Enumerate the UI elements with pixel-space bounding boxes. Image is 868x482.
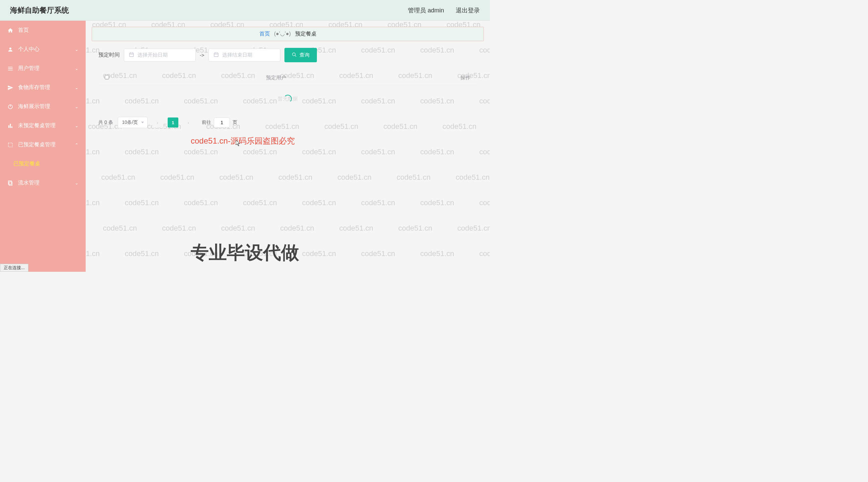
- col-user-header: 预定用户: [115, 74, 437, 81]
- svg-rect-12: [129, 53, 133, 57]
- svg-point-20: [292, 53, 296, 56]
- sidebar-item-seafood[interactable]: 海鲜展示管理 ⌄: [0, 97, 86, 116]
- svg-rect-8: [11, 126, 12, 128]
- home-icon: [7, 27, 13, 33]
- svg-rect-2: [8, 68, 13, 69]
- search-button[interactable]: 查询: [284, 48, 317, 62]
- goto-suffix: 页: [232, 120, 237, 125]
- breadcrumb-sep: (●'◡'●): [274, 31, 291, 36]
- svg-rect-7: [10, 124, 11, 128]
- page-size-select[interactable]: 10条/页: [118, 117, 148, 128]
- power-icon: [7, 104, 13, 110]
- sidebar-item-reserved[interactable]: 已预定餐桌管理 ⌃: [0, 135, 86, 154]
- start-date-input[interactable]: 选择开始日期: [124, 49, 196, 62]
- sidebar-label: 已预定餐桌管理: [18, 141, 56, 148]
- table-empty: 暂无数据: [98, 85, 477, 112]
- expand-icon: [7, 142, 13, 148]
- select-all-checkbox[interactable]: [105, 75, 109, 79]
- sidebar-label: 流水管理: [18, 179, 39, 186]
- bar-icon: [7, 123, 13, 129]
- calendar-icon: [214, 52, 219, 58]
- send-icon: [7, 85, 13, 91]
- user-label[interactable]: 管理员 admin: [408, 6, 444, 14]
- user-icon: [7, 47, 13, 53]
- empty-text: 暂无数据: [278, 96, 298, 102]
- watermark-big-text: 专业毕设代做: [191, 241, 299, 265]
- next-page-button[interactable]: ›: [183, 118, 194, 127]
- header-right: 管理员 admin 退出登录: [408, 6, 480, 14]
- sidebar-item-home[interactable]: 首页: [0, 21, 86, 40]
- end-date-input[interactable]: 选择结束日期: [209, 49, 280, 62]
- sidebar-label: 个人中心: [18, 46, 39, 53]
- prev-page-button[interactable]: ‹: [152, 118, 163, 127]
- sidebar-label: 食物库存管理: [18, 84, 50, 91]
- search-label: 预定时间: [98, 52, 120, 59]
- sidebar-label: 用户管理: [18, 65, 39, 72]
- sidebar: 首页 个人中心 ⌄ 用户管理 ⌄ 食物库存管理 ⌄ 海鲜展示管理 ⌄ 未预定餐桌…: [0, 21, 86, 272]
- sidebar-label: 未预定餐桌管理: [18, 122, 56, 129]
- chevron-down-icon: ⌄: [75, 85, 78, 90]
- placeholder: 选择结束日期: [222, 52, 252, 58]
- page-goto: 前往 页: [202, 118, 237, 127]
- list-icon: [7, 66, 13, 72]
- svg-rect-11: [8, 181, 11, 184]
- sidebar-item-inventory[interactable]: 食物库存管理 ⌄: [0, 78, 86, 97]
- table-area: 预定用户 操作 暂无数据: [92, 71, 484, 112]
- page-1-button[interactable]: 1: [168, 118, 178, 127]
- sidebar-label: 已预定餐桌: [13, 160, 40, 168]
- sidebar-label: 海鲜展示管理: [18, 103, 50, 110]
- svg-rect-1: [8, 67, 13, 67]
- breadcrumb-current: 预定餐桌: [295, 31, 316, 36]
- app-title: 海鲜自助餐厅系统: [10, 5, 69, 16]
- pagination-total: 共 0 条: [98, 120, 113, 125]
- search-icon: [292, 52, 297, 58]
- pagination: 共 0 条 10条/页 ‹ 1 › 前往 页: [92, 112, 484, 133]
- sidebar-item-flow[interactable]: 流水管理 ⌄: [0, 173, 86, 192]
- sidebar-item-profile[interactable]: 个人中心 ⌄: [0, 40, 86, 59]
- svg-line-21: [295, 55, 296, 57]
- search-button-label: 查询: [300, 52, 310, 58]
- svg-rect-3: [8, 70, 13, 70]
- placeholder: 选择开始日期: [137, 52, 168, 58]
- goto-input[interactable]: [214, 118, 230, 127]
- sidebar-item-unreserved[interactable]: 未预定餐桌管理 ⌄: [0, 116, 86, 135]
- main-content: 首页 (●'◡'●) 预定餐桌 预定时间 选择开始日期 -> 选择结束日期 查询…: [86, 21, 490, 272]
- svg-rect-9: [8, 143, 12, 147]
- browser-status-bar: 正在连接...: [0, 264, 28, 272]
- search-row: 预定时间 选择开始日期 -> 选择结束日期 查询: [92, 48, 484, 71]
- sidebar-item-users[interactable]: 用户管理 ⌄: [0, 59, 86, 78]
- chevron-down-icon: ⌄: [75, 47, 78, 52]
- svg-point-0: [9, 48, 11, 50]
- svg-rect-10: [9, 182, 12, 185]
- date-range-arrow: ->: [200, 52, 205, 58]
- sidebar-label: 首页: [18, 27, 29, 34]
- chevron-down-icon: ⌄: [75, 181, 78, 185]
- goto-prefix: 前往: [202, 120, 211, 125]
- svg-rect-16: [214, 53, 218, 57]
- breadcrumb: 首页 (●'◡'●) 预定餐桌: [92, 27, 484, 41]
- watermark-red-text: code51.cn-源码乐园盗图必究: [191, 135, 295, 146]
- breadcrumb-home[interactable]: 首页: [259, 31, 270, 36]
- col-checkbox[interactable]: [98, 74, 115, 81]
- chevron-down-icon: ⌄: [75, 66, 78, 71]
- header: 海鲜自助餐厅系统 管理员 admin 退出登录: [0, 0, 490, 21]
- copy-icon: [7, 180, 13, 186]
- chevron-down-icon: ⌄: [75, 104, 78, 109]
- logout-link[interactable]: 退出登录: [456, 6, 480, 14]
- col-action-header: 操作: [437, 74, 477, 81]
- calendar-icon: [129, 52, 134, 58]
- mouse-cursor-icon: [236, 140, 241, 148]
- sidebar-item-reserved-table[interactable]: 已预定餐桌: [0, 154, 86, 173]
- chevron-up-icon: ⌃: [75, 143, 78, 147]
- table-header: 预定用户 操作: [98, 71, 477, 85]
- chevron-down-icon: ⌄: [75, 123, 78, 128]
- svg-rect-6: [8, 125, 9, 128]
